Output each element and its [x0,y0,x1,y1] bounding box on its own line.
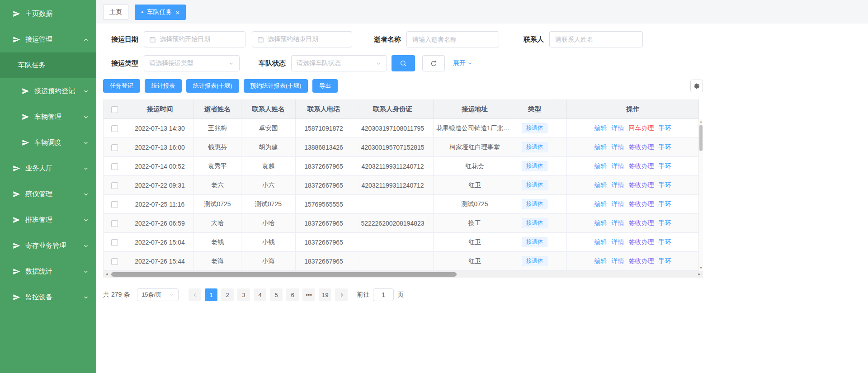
sidebar-item-vehicle-management[interactable]: 车辆管理 [0,104,96,130]
sidebar-item-home-data[interactable]: 主页数据 [0,1,96,27]
page-button-1[interactable]: 1 [205,288,217,301]
horizontal-scrollbar[interactable]: ◄ ► [103,271,703,278]
tab-fleet-tasks[interactable]: ●车队任务× [135,5,186,20]
sidebar-item-business-hall[interactable]: 业务大厅 [0,156,96,181]
action-detail-link[interactable]: 详情 [612,124,624,132]
sidebar-item-data-statistics[interactable]: 数据统计 [0,259,96,284]
transport-type-select[interactable]: 请选择接运类型 [144,55,240,71]
horizontal-scrollbar-track[interactable] [110,271,696,278]
action-wristband-link[interactable]: 手环 [659,181,671,189]
date-end-input[interactable]: 选择预约结束日期 [252,31,352,47]
scroll-left-arrow-icon[interactable]: ◄ [103,271,110,278]
action-edit-link[interactable]: 编辑 [594,219,607,227]
contact-input[interactable] [549,31,643,47]
tab-close-icon[interactable]: × [175,9,179,16]
action-wristband-link[interactable]: 手环 [659,257,671,264]
deceased-name-input[interactable] [406,31,499,47]
action-edit-link[interactable]: 编辑 [594,238,607,246]
scroll-up-arrow-icon[interactable]: ▲ [699,119,703,124]
page-button-6[interactable]: 6 [286,288,299,301]
select-all-cell [104,100,126,119]
action-detail-link[interactable]: 详情 [612,181,624,189]
sidebar-item-shift-management[interactable]: 排班管理 [0,207,96,233]
row-checkbox[interactable] [111,201,118,208]
table-cell: 红花会 [434,157,516,176]
sidebar-item-transport-management[interactable]: 接运管理 [0,27,96,52]
action-sign-off-link[interactable]: 签收办理 [629,162,654,170]
action-detail-link[interactable]: 详情 [612,143,624,151]
expand-link[interactable]: 展开 [453,59,473,67]
toolbar-button-stats-report[interactable]: 统计报表 [145,79,182,93]
table-cell: 红卫 [434,233,516,252]
refresh-button[interactable] [422,55,445,71]
page-size-select[interactable]: 15条/页 [137,288,179,301]
transport-type-placeholder: 请选择接运类型 [149,59,193,67]
action-wristband-link[interactable]: 手环 [659,200,671,208]
row-checkbox[interactable] [111,220,118,227]
row-checkbox[interactable] [111,182,118,189]
scroll-down-arrow-icon[interactable]: ▼ [699,265,703,270]
action-edit-link[interactable]: 编辑 [594,162,607,170]
sidebar-item-reservation-registration[interactable]: 接运预约登记 [0,78,96,104]
row-checkbox[interactable] [111,258,118,265]
action-wristband-link[interactable]: 手环 [659,238,671,246]
horizontal-scrollbar-thumb[interactable] [111,272,457,277]
action-wristband-link[interactable]: 手环 [659,219,671,227]
sidebar-item-funeral-management[interactable]: 殡仪管理 [0,181,96,207]
sidebar-item-storage-management[interactable]: 寄存业务管理 [0,233,96,259]
tab-home[interactable]: 主页 [103,5,128,20]
toolbar-button-task-register[interactable]: 任务登记 [103,79,140,93]
date-end-placeholder: 选择预约结束日期 [268,35,318,43]
select-all-checkbox[interactable] [111,106,118,113]
sidebar-item-vehicle-dispatch[interactable]: 车辆调度 [0,130,96,156]
action-detail-link[interactable]: 详情 [612,238,624,246]
fleet-status-select[interactable]: 请选择车队状态 [291,55,387,71]
action-edit-link[interactable]: 编辑 [594,257,607,264]
action-edit-link[interactable]: 编辑 [594,200,607,208]
date-start-input[interactable]: 选择预约开始日期 [144,31,245,47]
page-button-5[interactable]: 5 [270,288,283,301]
toolbar-button-stats-report-shiyan[interactable]: 统计报表(十堰) [186,79,239,93]
action-wristband-link[interactable]: 手环 [659,162,671,170]
row-checkbox[interactable] [111,144,118,151]
search-button[interactable] [392,55,415,71]
toolbar-button-export[interactable]: 导出 [312,79,338,93]
action-detail-link[interactable]: 详情 [612,200,624,208]
prev-page-button[interactable] [189,288,201,301]
action-sign-off-link[interactable]: 签收办理 [629,238,654,246]
toolbar-button-reservation-stats-report-shiyan[interactable]: 预约统计报表(十堰) [244,79,308,93]
action-sign-off-link[interactable]: 签收办理 [629,219,654,227]
action-sign-off-link[interactable]: 签收办理 [629,181,654,189]
action-return-car-link[interactable]: 回车办理 [629,124,654,132]
column-header-deceased-name: 逝者姓名 [194,100,241,119]
next-page-button[interactable] [335,288,348,301]
goto-page-input[interactable] [373,288,394,301]
row-checkbox[interactable] [111,239,118,246]
action-detail-link[interactable]: 详情 [612,162,624,170]
scroll-right-arrow-icon[interactable]: ► [696,271,703,278]
column-settings-button[interactable] [690,80,703,92]
action-detail-link[interactable]: 详情 [612,257,624,264]
page-button-2[interactable]: 2 [221,288,234,301]
sidebar-item-monitoring-devices[interactable]: 监控设备 [0,284,96,310]
action-edit-link[interactable]: 编辑 [594,124,607,132]
page-button-3[interactable]: 3 [237,288,250,301]
page-button-19[interactable]: 19 [319,288,331,301]
vertical-scrollbar-thumb[interactable] [699,125,703,151]
page-ellipsis-button[interactable]: ••• [302,288,315,301]
table-cell: 花果锻造公司铸造1厂北门... [434,119,516,138]
action-sign-off-link[interactable]: 签收办理 [629,200,654,208]
action-edit-link[interactable]: 编辑 [594,143,607,151]
action-wristband-link[interactable]: 手环 [659,124,671,132]
page-button-4[interactable]: 4 [254,288,266,301]
action-sign-off-link[interactable]: 签收办理 [629,257,654,264]
vertical-scrollbar[interactable]: ▲ ▼ [698,119,703,270]
action-sign-off-link[interactable]: 签收办理 [629,143,654,151]
action-detail-link[interactable]: 详情 [612,219,624,227]
send-icon [13,242,20,250]
sidebar-item-fleet-tasks[interactable]: 车队任务 [0,52,96,78]
row-checkbox[interactable] [111,125,118,132]
action-wristband-link[interactable]: 手环 [659,143,671,151]
action-edit-link[interactable]: 编辑 [594,181,607,189]
row-checkbox[interactable] [111,163,118,170]
